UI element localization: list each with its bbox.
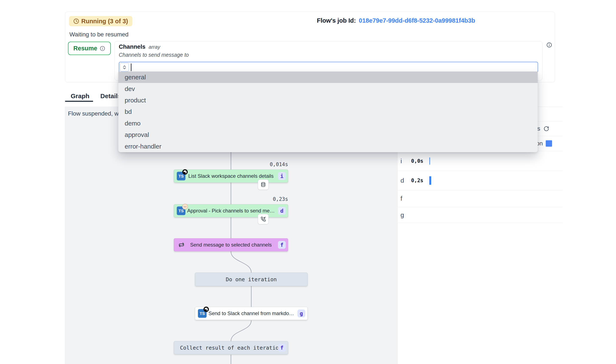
status-badge-label: Running (3 of 3) [81, 18, 128, 25]
deno-icon [203, 306, 209, 312]
panel-row-step-d[interactable]: d 0,2s [398, 171, 563, 190]
channels-dropdown: general dev product bd demo approval err… [118, 72, 538, 152]
typescript-icon: TS [177, 207, 185, 215]
step-duration: 0,0s [411, 158, 423, 164]
dropdown-option-product[interactable]: product [118, 95, 538, 106]
timeline-bar [429, 157, 430, 165]
bun-icon [182, 204, 188, 210]
typescript-icon: TS [177, 172, 185, 181]
status-badge: Running (3 of 3) [69, 16, 132, 26]
resume-button-label: Resume [73, 45, 97, 52]
panel-row-step-g[interactable]: g [398, 207, 563, 223]
execution-legend-chip [546, 140, 552, 147]
step-id-badge: f [278, 241, 286, 249]
channels-input[interactable] [119, 62, 538, 73]
node-send-to-slack-channel[interactable]: TS Send to Slack channel from markdo… g [195, 307, 308, 320]
flow-run-page: Running (3 of 3) Flow's job Id: 018e79e7… [0, 0, 616, 364]
dropdown-option-demo[interactable]: demo [118, 118, 538, 129]
field-description: Channels to send message to [119, 52, 189, 58]
node-duration: 0,014s [225, 161, 288, 167]
node-do-one-iteration[interactable]: Do one iteration [195, 273, 308, 286]
field-name: Channels [119, 43, 145, 50]
step-id-badge: d [278, 207, 286, 215]
waiting-text: Waiting to be resumed [69, 31, 129, 38]
refresh-icon[interactable] [543, 126, 550, 132]
node-label: Do one iteration [214, 276, 289, 283]
node-approval-pick-channels[interactable]: TS Approval - Pick channels to send me… … [174, 204, 288, 217]
dropdown-option-approval[interactable]: approval [118, 129, 538, 141]
step-id-badge: g [297, 310, 305, 317]
dropdown-option-bd[interactable]: bd [118, 106, 538, 117]
step-id-badge: f [278, 344, 286, 352]
result-database-button[interactable] [258, 180, 269, 190]
panel-row-step-i[interactable]: i 0,0s [398, 151, 563, 171]
info-icon[interactable] [546, 42, 552, 48]
resume-button[interactable]: Resume [68, 42, 111, 55]
job-id-link[interactable]: 018e79e7-99dd-d6f8-5232-0a99981f4b3b [359, 17, 475, 24]
chevrons-up-down-icon [122, 65, 127, 70]
step-duration: 0,2s [411, 178, 423, 183]
active-tab-underline [65, 101, 93, 102]
node-label: Approval - Pick channels to send me… [175, 208, 287, 214]
node-forloop-send-message[interactable]: Send message to selected channels f [174, 238, 288, 251]
step-id: i [398, 157, 411, 165]
step-id-badge: i [278, 172, 286, 180]
timeline-bar [429, 176, 431, 185]
database-icon [260, 182, 266, 187]
node-label: Send message to selected channels [178, 242, 284, 248]
tab-details[interactable]: Details [100, 92, 121, 100]
job-id-label: Flow's job Id: [317, 17, 356, 24]
node-list-slack-channels[interactable]: TS List Slack workspace channels details… [174, 169, 288, 183]
node-collect-result[interactable]: Collect result of each iteration f [174, 341, 288, 354]
typescript-icon: TS [198, 309, 207, 318]
step-id: f [398, 195, 411, 202]
suspend-approval-button[interactable] [258, 214, 269, 224]
deno-icon [182, 169, 188, 175]
node-label: Collect result of each iteration [168, 345, 294, 351]
job-id-row: Flow's job Id: 018e79e7-99dd-d6f8-5232-0… [317, 17, 475, 24]
info-icon [100, 46, 105, 51]
phone-incoming-icon [260, 216, 266, 222]
node-duration: 0,23s [225, 196, 288, 202]
field-type: array [149, 44, 160, 50]
node-label: List Slack workspace channels details [176, 173, 286, 179]
text-caret [131, 64, 131, 71]
dropdown-option-general[interactable]: general [118, 72, 538, 83]
node-label: Send to Slack channel from markdo… [196, 311, 306, 316]
tab-graph[interactable]: Graph [71, 92, 89, 100]
dropdown-option-error-handler[interactable]: error-handler [118, 141, 538, 152]
step-id: d [398, 177, 411, 184]
dropdown-option-dev[interactable]: dev [118, 83, 538, 94]
repeat-icon [178, 241, 185, 248]
selector-toggle[interactable] [120, 63, 129, 72]
step-id: g [398, 211, 411, 219]
clock-icon [73, 18, 79, 24]
field-header: Channels array [119, 43, 160, 50]
panel-row-step-f[interactable]: f [398, 190, 563, 207]
